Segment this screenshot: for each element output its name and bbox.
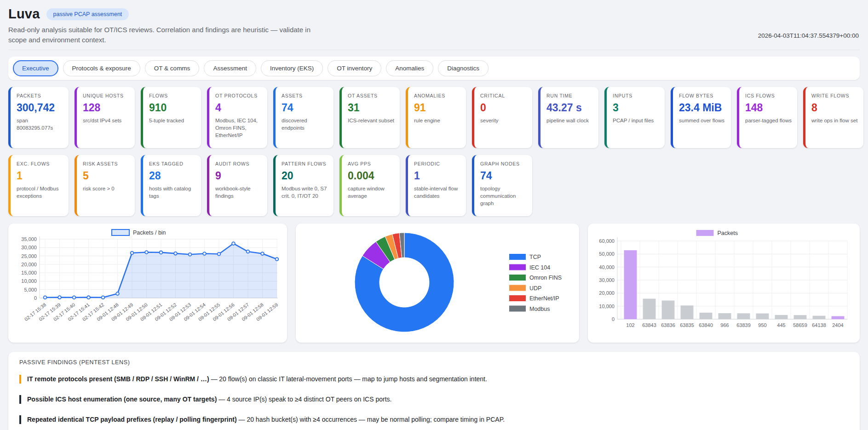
stat-card: EKS TAGGED28hosts with catalog tags [141,155,201,216]
bar-445 [775,315,788,319]
data-point [218,252,221,255]
stat-card: INPUTS3PCAP / input files [604,87,665,148]
stat-label: FLOWS [149,93,196,98]
x-tick-label: 2404 [832,322,843,328]
y-tick-label: 30,000 [21,245,37,250]
data-point [102,296,105,299]
legend-swatch [509,285,526,291]
y-tick-label: 0 [612,316,615,322]
stat-label: OT PROTOCOLS [215,93,263,98]
stat-label: OT ASSETS [348,93,395,98]
stat-label: EXC. FLOWS [17,161,64,166]
stat-label: ICS FLOWS [745,93,793,98]
stat-row-secondary: EXC. FLOWS1protocol / Modbus exceptionsR… [8,155,860,216]
data-point [174,252,177,255]
y-tick-label: 40,000 [599,264,615,269]
stat-label: INPUTS [613,93,660,98]
stat-subtitle: protocol / Modbus exceptions [17,185,64,200]
protocol-share-donut-chart: TCPIEC 104Omron FINSUDPEtherNet/IPModbus [296,224,579,343]
finding-item: IT remote protocols present (SMB / RDP /… [19,375,849,384]
legend-swatch [509,254,526,260]
stat-value: 0.004 [348,170,395,182]
stat-subtitle: ICS-relevant subset [348,117,395,124]
data-point [116,292,119,295]
bar-63843 [643,298,656,319]
finding-detail-text: — 4 source IP(s) speak to ≥4 distinct OT… [217,396,391,403]
legend-label: TCP [529,254,541,260]
finding-detail-text: — 20 flow(s) on classic IT lateral-movem… [209,375,487,383]
data-point [261,252,264,255]
stat-card: RUN TIME43.27 spipeline wall clock [538,87,598,148]
stat-row-primary: PACKETS300,742span 80083295.077sUNIQUE H… [8,87,860,148]
legend-swatch [509,275,526,281]
findings-title: PASSIVE FINDINGS (PENTEST LENS) [19,359,849,366]
stat-label: PACKETS [17,93,64,98]
data-point [145,251,148,254]
stat-card: EXC. FLOWS1protocol / Modbus exceptions [8,155,69,216]
data-point [87,296,90,299]
stat-subtitle: pipeline wall clock [546,117,594,124]
tab-diagnostics[interactable]: Diagnostics [438,60,489,76]
data-point [160,251,163,254]
y-tick-label: 0 [34,295,37,301]
stat-value: 5 [83,170,130,182]
finding-item: Possible ICS host enumeration (one sourc… [19,395,849,404]
stat-label: FLOW BYTES [679,93,726,98]
stat-value: 1 [17,170,64,182]
stat-subtitle: Modbus write 0, S7 crit. 0, IT/OT 20 [282,185,329,200]
stat-label: UNIQUE HOSTS [83,93,130,98]
stat-card: WRITE FLOWS8write ops in flow set [803,87,863,148]
bar-102 [624,250,637,319]
tab-anomalies[interactable]: Anomalies [386,60,433,76]
bar-chart-svg: Packets010,00020,00030,00040,00050,00060… [592,228,856,337]
tab-protocols-exposure[interactable]: Protocols & exposure [63,60,140,76]
stat-value: 43.27 s [546,102,594,114]
packets-timeline-chart: Packets / bin05,00010,00015,00020,00025,… [8,224,287,343]
legend-label: Modbus [529,305,550,312]
stat-subtitle: hosts with catalog tags [149,185,196,200]
x-tick-label: 966 [720,322,729,328]
y-tick-label: 15,000 [21,270,37,275]
stat-label: RISK ASSETS [83,161,130,166]
stat-value: 8 [811,102,859,114]
bar-legend-swatch [696,230,714,236]
tab-ot-comms[interactable]: OT & comms [145,60,200,76]
tab-inventory-eks-[interactable]: Inventory (EKS) [261,60,323,76]
stat-label: WRITE FLOWS [811,93,859,98]
stat-value: 20 [282,170,329,182]
legend-label: UDP [529,285,541,291]
stat-card: ASSETS74discovered endpoints [273,87,333,148]
stat-card: PACKETS300,742span 80083295.077s [8,87,69,148]
y-tick-label: 35,000 [21,236,37,242]
y-tick-label: 10,000 [21,278,37,284]
y-tick-label: 25,000 [21,253,37,258]
tab-executive[interactable]: Executive [13,60,58,76]
finding-item: Repeated identical TCP payload prefixes … [19,415,849,424]
x-tick-label: 63835 [680,322,694,328]
x-tick-label: 63843 [642,322,656,328]
stat-subtitle: write ops in flow set [811,117,859,124]
tab-assessment[interactable]: Assessment [204,60,256,76]
stat-value: 128 [83,102,130,114]
x-tick-label: 64138 [812,322,826,328]
stat-label: ASSETS [282,93,329,98]
stat-value: 0 [480,102,528,114]
data-point [131,251,134,254]
bar-966 [719,313,731,319]
stat-value: 910 [149,102,196,114]
stat-subtitle: stable-interval flow candidates [414,185,461,200]
finding-detail-text: — 20 hash bucket(s) with ≥4 occurrences … [237,416,505,423]
stat-subtitle: severity [480,117,528,124]
y-tick-label: 60,000 [599,238,615,244]
stat-label: GRAPH NODES [480,161,528,166]
stat-value: 300,742 [17,102,64,114]
bar-63839 [737,313,750,319]
tab-ot-inventory[interactable]: OT inventory [328,60,381,76]
data-point [189,252,192,256]
stat-value: 4 [215,102,263,114]
stat-label: CRITICAL [480,93,528,98]
data-point [44,296,47,299]
stat-card: PERIODIC1stable-interval flow candidates [406,155,466,216]
stat-subtitle: workbook-style findings [215,185,263,200]
stat-card: AVG PPS0.004capture window average [339,155,400,216]
